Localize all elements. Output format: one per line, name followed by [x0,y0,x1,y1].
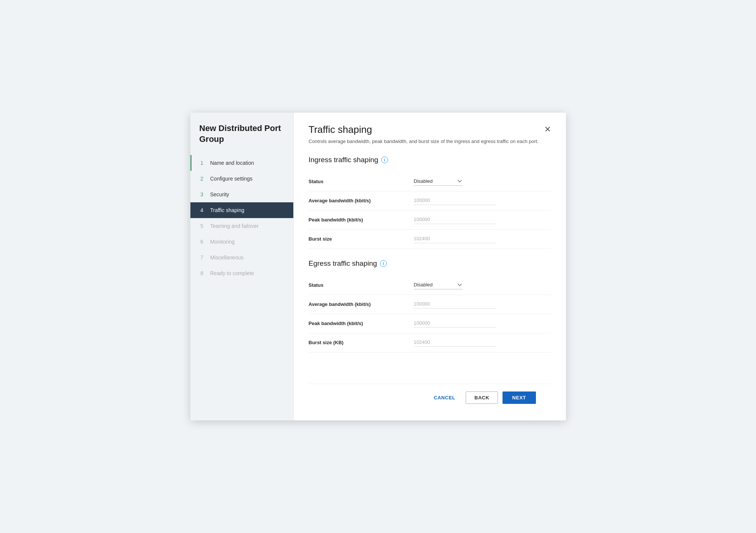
sidebar-item-name-location[interactable]: 1 Name and location [190,155,293,171]
wizard-sidebar: New Distributed Port Group 1 Name and lo… [190,113,294,420]
ingress-status-control: Disabled Enabled [414,178,551,186]
egress-burst-size-control [414,339,551,347]
ingress-peak-bandwidth-input[interactable] [414,216,496,224]
egress-avg-bandwidth-input[interactable] [414,300,496,309]
ingress-info-icon[interactable]: i [381,157,388,163]
sidebar-item-miscellaneous[interactable]: 7 Miscellaneous [190,250,293,265]
sidebar-item-configure-settings[interactable]: 2 Configure settings [190,171,293,187]
sidebar-item-label-monitoring: Monitoring [210,239,235,245]
ingress-section-title: Ingress traffic shaping i [309,156,551,164]
sidebar-item-monitoring[interactable]: 6 Monitoring [190,234,293,250]
section-divider [309,249,551,259]
ingress-avg-bandwidth-input[interactable] [414,197,496,205]
dialog-footer: CANCEL BACK NEXT [309,384,551,413]
ingress-peak-bandwidth-control [414,216,551,224]
content-title: Traffic shaping [309,124,372,136]
ingress-burst-size-row: Burst size [309,230,551,249]
new-distributed-port-group-dialog: New Distributed Port Group 1 Name and lo… [190,113,566,420]
step-num-5: 5 [201,223,207,229]
egress-status-label: Status [309,282,414,288]
sidebar-item-label-teaming-failover: Teaming and failover [210,223,259,229]
egress-status-control: Disabled Enabled [414,281,551,289]
step-num-6: 6 [201,239,207,245]
egress-avg-bandwidth-label: Average bandwidth (kbit/s) [309,301,414,307]
sidebar-item-label-name-location: Name and location [210,160,254,166]
ingress-avg-bandwidth-control [414,197,551,205]
egress-burst-size-input[interactable] [414,339,496,347]
egress-peak-bandwidth-input[interactable] [414,319,496,328]
sidebar-item-label-configure-settings: Configure settings [210,176,253,182]
back-button[interactable]: BACK [466,391,498,404]
egress-section-title: Egress traffic shaping i [309,259,551,268]
sidebar-item-security[interactable]: 3 Security [190,187,293,202]
ingress-title-text: Ingress traffic shaping [309,156,379,164]
sidebar-item-traffic-shaping[interactable]: 4 Traffic shaping [190,202,293,218]
ingress-peak-bandwidth-label: Peak bandwidth (kbit/s) [309,217,414,223]
ingress-avg-bandwidth-label: Average bandwidth (kbit/s) [309,198,414,203]
ingress-avg-bandwidth-row: Average bandwidth (kbit/s) [309,191,551,211]
step-num-7: 7 [201,254,207,260]
egress-burst-size-row: Burst size (KB) [309,333,551,352]
sidebar-item-label-miscellaneous: Miscellaneous [210,254,244,260]
step-num-8: 8 [201,270,207,276]
cancel-button[interactable]: CANCEL [428,392,461,404]
content-subtitle: Controls average bandwidth, peak bandwid… [309,138,551,145]
sidebar-item-teaming-failover[interactable]: 5 Teaming and failover [190,218,293,234]
egress-peak-bandwidth-control [414,319,551,328]
step-num-4: 4 [201,207,207,213]
sidebar-item-label-traffic-shaping: Traffic shaping [210,207,244,213]
ingress-burst-size-control [414,235,551,243]
sidebar-item-label-ready-complete: Ready to complete [210,270,254,276]
egress-peak-bandwidth-row: Peak bandwidth (kbit/s) [309,314,551,333]
main-content: Traffic shaping ✕ Controls average bandw… [294,113,566,420]
close-button[interactable]: ✕ [544,125,551,134]
step-num-1: 1 [201,160,207,166]
egress-burst-size-label: Burst size (KB) [309,340,414,345]
egress-title-text: Egress traffic shaping [309,259,377,268]
egress-avg-bandwidth-row: Average bandwidth (kbit/s) [309,295,551,314]
ingress-burst-size-label: Burst size [309,236,414,242]
sidebar-item-label-security: Security [210,191,229,197]
egress-status-row: Status Disabled Enabled [309,276,551,295]
step-num-3: 3 [201,191,207,197]
egress-info-icon[interactable]: i [380,260,387,267]
step-num-2: 2 [201,176,207,182]
egress-peak-bandwidth-label: Peak bandwidth (kbit/s) [309,321,414,326]
ingress-status-label: Status [309,179,414,184]
next-button[interactable]: NEXT [502,391,536,404]
ingress-status-select[interactable]: Disabled Enabled [414,178,463,186]
egress-avg-bandwidth-control [414,300,551,309]
sidebar-item-ready-complete[interactable]: 8 Ready to complete [190,265,293,281]
dialog-title: New Distributed Port Group [190,123,293,155]
ingress-status-row: Status Disabled Enabled [309,172,551,191]
ingress-burst-size-input[interactable] [414,235,496,243]
ingress-peak-bandwidth-row: Peak bandwidth (kbit/s) [309,211,551,230]
egress-status-select[interactable]: Disabled Enabled [414,281,463,289]
content-header: Traffic shaping ✕ [309,124,551,136]
